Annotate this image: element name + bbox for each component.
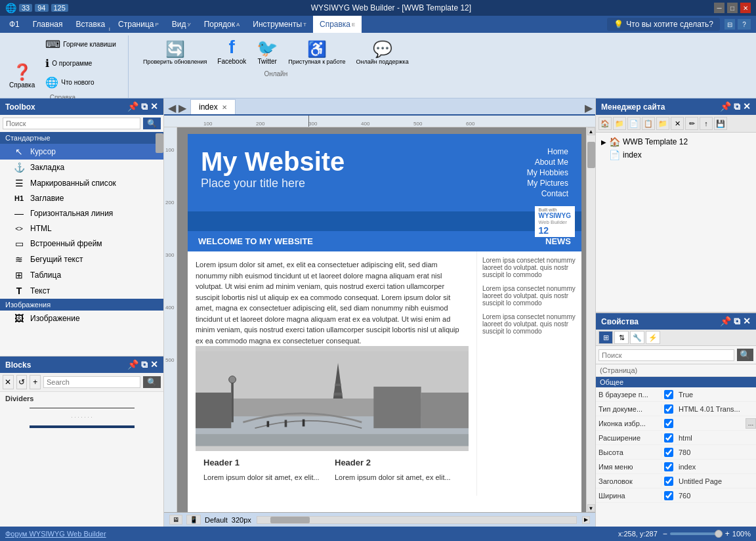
blocks-close[interactable]: ✕	[150, 359, 158, 370]
view-btn-tablet[interactable]: 📱	[186, 515, 201, 525]
btn-hotkeys[interactable]: ⌨ Горячие клавиши	[41, 35, 120, 53]
divider-preview-2[interactable]: · · · · · · ·	[8, 414, 156, 420]
tree-item-index[interactable]: 📄 index	[598, 148, 753, 162]
zoom-in-btn[interactable]: +	[725, 529, 730, 538]
btn-facebook[interactable]: f Facebook	[213, 35, 250, 68]
site-manager-controls[interactable]: 📌 ⧉ ✕	[720, 101, 751, 112]
btn-about[interactable]: ℹ О программе	[41, 54, 120, 72]
toolbox-item-hline[interactable]: — Горизонтальная линия	[0, 206, 163, 221]
props-controls[interactable]: 📌 ⧉ ✕	[720, 316, 751, 327]
prop-check-height[interactable]	[664, 448, 673, 457]
canvas-scroll-area[interactable]: My Website Place your title here Home Ab…	[177, 127, 586, 512]
toolbox-item-html[interactable]: <> HTML	[0, 221, 163, 236]
menu-insert[interactable]: Вставка I	[69, 16, 112, 33]
props-float[interactable]: ⧉	[734, 316, 740, 327]
props-tab-sort[interactable]: ⇅	[614, 331, 629, 344]
props-tab-lightning[interactable]: ⚡	[646, 331, 660, 344]
maximize-btn[interactable]: □	[727, 3, 738, 13]
divider-preview-1[interactable]	[8, 408, 156, 408]
toolbox-item-text[interactable]: T Текст	[0, 283, 163, 299]
props-search-input[interactable]	[598, 349, 734, 361]
prop-check-favicon[interactable]	[664, 419, 673, 428]
sm-btn-3[interactable]: 📄	[627, 117, 640, 130]
blocks-controls[interactable]: 📌 ⧉ ✕	[127, 359, 158, 370]
zoom-out-btn[interactable]: −	[663, 529, 667, 538]
site-nav-about[interactable]: About Me	[527, 158, 568, 167]
sm-btn-1[interactable]: 🏠	[598, 117, 612, 130]
toolbox-item-table[interactable]: ⊞ Таблица	[0, 267, 163, 283]
canvas-hscroll[interactable]	[257, 516, 577, 524]
toolbox-item-heading[interactable]: H1 Заглавие	[0, 191, 163, 206]
toolbox-item-list[interactable]: ☰ Маркированный список	[0, 175, 163, 191]
sm-btn-6[interactable]: ✕	[671, 117, 684, 130]
divider-preview-3[interactable]	[8, 425, 156, 428]
toolbox-pin[interactable]: 📌	[127, 101, 138, 112]
menu-f1[interactable]: Ф1	[3, 16, 26, 33]
toolbox-close[interactable]: ✕	[150, 101, 158, 112]
prop-check-title[interactable]	[664, 477, 673, 486]
view-btn-desktop[interactable]: 🖥	[169, 515, 182, 525]
scroll-thumb[interactable]	[587, 142, 595, 168]
blocks-search-btn[interactable]: 🔍	[143, 376, 161, 388]
menu-search[interactable]: 💡 Что вы хотите сделать?	[607, 18, 720, 31]
blocks-float[interactable]: ⧉	[141, 359, 148, 370]
sm-btn-8[interactable]: ↑	[700, 117, 713, 130]
btn-help[interactable]: ❓ Справка	[5, 62, 39, 91]
sm-btn-2[interactable]: 📁	[613, 117, 626, 130]
props-category-general[interactable]: Общее	[596, 377, 756, 387]
toolbox-controls[interactable]: 📌 ⧉ ✕	[127, 101, 158, 112]
site-nav-hobbies[interactable]: My Hobbies	[527, 168, 568, 177]
menu-help[interactable]: Справка Е	[313, 16, 362, 33]
sm-close[interactable]: ✕	[743, 101, 751, 112]
hscroll-right[interactable]: ▶	[582, 516, 590, 524]
canvas-nav-right[interactable]: ▶	[585, 102, 593, 114]
sidebar-toggle[interactable]: ⊟	[724, 19, 735, 30]
btn-check-updates[interactable]: 🔄 Проверить обновления	[139, 39, 211, 68]
toolbox-item-cursor[interactable]: ↖ Курсор	[0, 144, 163, 160]
btn-accessible[interactable]: ♿ Приступная к работе	[284, 39, 349, 68]
toolbox-float[interactable]: ⧉	[141, 101, 148, 112]
props-tab-wrench[interactable]: 🔧	[630, 331, 644, 344]
zoom-slider[interactable]	[670, 532, 723, 535]
minimize-btn[interactable]: ─	[714, 3, 724, 13]
scroll-down-btn[interactable]: ▼	[587, 504, 595, 512]
site-nav-home[interactable]: Home	[527, 147, 568, 156]
blocks-pin[interactable]: 📌	[127, 359, 138, 370]
toolbox-search-btn[interactable]: 🔍	[143, 118, 161, 129]
prop-check-doctype[interactable]	[664, 404, 673, 414]
blocks-btn-x[interactable]: ✕	[3, 375, 14, 389]
sm-btn-4[interactable]: 📋	[642, 117, 655, 130]
menu-order[interactable]: Порядок А	[198, 16, 247, 33]
btn-twitter[interactable]: 🐦 Twitter	[253, 37, 282, 68]
menu-home[interactable]: Главная	[26, 16, 70, 33]
sm-pin[interactable]: 📌	[720, 101, 731, 112]
site-nav-contact[interactable]: Contact	[527, 189, 568, 198]
page-canvas[interactable]: My Website Place your title here Home Ab…	[188, 134, 581, 512]
menu-tools[interactable]: Инструменты Т	[246, 16, 313, 33]
props-close[interactable]: ✕	[743, 316, 751, 327]
prop-check-width[interactable]	[664, 491, 673, 500]
toolbox-item-bookmark[interactable]: ⚓ Закладка	[0, 160, 163, 175]
sm-float[interactable]: ⧉	[734, 101, 740, 112]
props-pin[interactable]: 📌	[720, 316, 731, 327]
sm-btn-9[interactable]: 💾	[714, 117, 727, 130]
blocks-btn-add[interactable]: +	[30, 375, 41, 389]
prop-check-browser[interactable]	[664, 390, 673, 399]
toolbox-item-iframe[interactable]: ▭ Встроенный фрейм	[0, 236, 163, 251]
canvas-nav-prev[interactable]: ◀	[168, 102, 176, 114]
menu-page[interactable]: Страница Р	[112, 16, 165, 33]
prop-check-extension[interactable]	[664, 433, 673, 443]
editor-tab-index[interactable]: index ✕	[190, 99, 236, 114]
close-btn[interactable]: ✕	[740, 3, 751, 13]
hscroll-thumb[interactable]	[270, 517, 310, 523]
scroll-up-btn[interactable]: ▲	[587, 127, 595, 135]
sm-btn-5[interactable]: 📁	[656, 117, 669, 130]
btn-new[interactable]: 🌐 Что нового	[41, 74, 120, 91]
blocks-btn-refresh[interactable]: ↺	[16, 375, 28, 389]
forum-link[interactable]: Форум WYSIWYG Web Builder	[5, 530, 106, 538]
sm-btn-7[interactable]: ✏	[685, 117, 698, 130]
category-images[interactable]: Изображения	[0, 299, 163, 311]
canvas-nav-next[interactable]: ▶	[178, 102, 186, 114]
props-tab-grid[interactable]: ⊞	[598, 331, 613, 344]
props-search-btn[interactable]: 🔍	[737, 349, 753, 361]
